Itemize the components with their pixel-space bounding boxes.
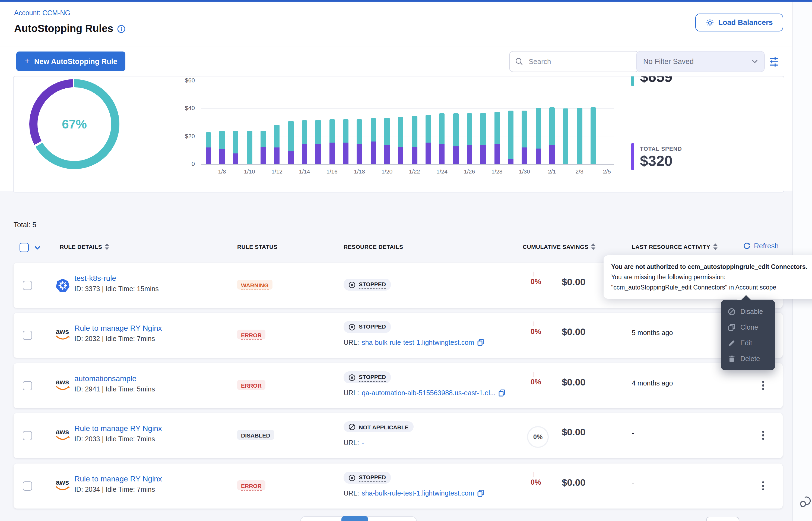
tooltip-line-2: You are missing the following permission… [611,273,812,281]
copy-icon[interactable] [477,339,484,346]
menu-item-delete[interactable]: Delete [721,351,775,366]
y-tick-0: 0 [162,160,195,167]
resource-url-link[interactable]: sha-bulk-rule-test-1.lightwingtest.com [362,490,474,497]
delete-icon [728,355,735,362]
page-title-text: AutoStopping Rules [14,23,113,35]
select-all-checkbox[interactable] [20,243,29,252]
total-spend-accent [631,143,634,170]
not-applicable-icon [348,424,356,430]
gear-icon [706,18,714,27]
column-cumulative-savings: CUMULATIVE SAVINGS [523,244,595,250]
row-checkbox[interactable] [23,381,32,390]
select-menu-chevron-icon[interactable] [34,246,41,250]
sort-icon[interactable] [713,244,717,250]
stopped-icon [348,281,356,289]
y-tick-60: $60 [162,77,195,84]
resource-state-badge[interactable]: STOPPED [344,472,391,483]
help-chat-button[interactable] [799,494,812,508]
resource-state-badge[interactable]: STOPPED [344,279,391,291]
saved-filter-select[interactable]: No Filter Saved [636,51,765,72]
copy-icon[interactable] [498,389,505,397]
pagination-active-page[interactable] [341,516,368,521]
table-row[interactable]: aws Rule to manage RY Nginx ID: 2033 | I… [14,413,783,458]
new-rule-label: New AutoStopping Rule [34,57,117,65]
rule-name-link[interactable]: Rule to manage RY Nginx [74,424,162,433]
resource-url-link[interactable]: sha-bulk-rule-test-1.lightwingtest.com [362,339,474,346]
resource-state-badge[interactable]: STOPPED [344,321,391,333]
resource-url: URL: sha-bulk-rule-test-1.lightwingtest.… [344,339,484,346]
row-checkbox[interactable] [23,331,32,340]
savings-amount: $0.00 [562,477,586,489]
chat-bubbles-icon [799,494,812,508]
savings-amount: $0.00 [562,377,586,388]
row-checkbox[interactable] [23,281,32,290]
sort-icon[interactable] [105,244,109,250]
row-checkbox[interactable] [23,481,32,491]
row-actions-menu-button[interactable] [758,379,768,392]
rule-name-link[interactable]: automationsample [74,374,136,383]
donut-hole: 67% [38,87,111,161]
resource-url-link[interactable]: - [362,439,364,447]
disable-icon [728,308,735,315]
rule-name-link[interactable]: Rule to manage RY Nginx [74,474,162,483]
page-size-select[interactable] [706,517,739,521]
sort-icon[interactable] [591,244,595,250]
savings-percent: 0% [519,327,541,336]
new-autostopping-rule-button[interactable]: + New AutoStopping Rule [16,51,125,71]
rule-name-link[interactable]: Rule to manage RY Nginx [74,324,162,332]
aws-icon: aws [55,479,70,491]
search-input[interactable] [528,57,617,66]
rule-status-badge[interactable]: ERROR [237,330,265,339]
aws-icon: aws [55,428,70,440]
menu-item-clone[interactable]: Clone [721,319,775,335]
rule-status-badge[interactable]: WARNING [237,280,273,290]
rule-name-link[interactable]: test-k8s-rule [74,274,116,282]
savings-amount: $0.00 [562,427,586,438]
permission-tooltip: You are not authorized to ccm_autostoppi… [603,255,812,299]
resource-state-badge[interactable]: STOPPED [344,371,391,383]
column-rule-details: RULE DETAILS [60,244,109,250]
total-savings-value: $659 [640,76,672,85]
refresh-button[interactable]: Refresh [743,242,778,250]
clone-icon [728,323,735,331]
copy-icon[interactable] [477,490,484,497]
filter-panel-icon[interactable] [768,55,781,68]
resource-url-link[interactable]: qa-automation-alb-515563988.us-east-1.el… [362,389,495,397]
total-savings-accent [631,76,634,86]
header-divider [0,47,792,47]
search-box [509,51,639,72]
row-checkbox[interactable] [23,431,32,440]
row-actions-menu-button[interactable] [758,428,768,443]
breadcrumb-account[interactable]: Account: CCM-NG [14,9,70,17]
stopped-icon [348,324,356,331]
menu-item-disable[interactable]: Disable [721,303,775,319]
rule-status-badge[interactable]: ERROR [237,480,265,490]
info-icon[interactable] [117,25,125,33]
last-activity: 4 months ago [632,380,673,387]
load-balancers-label: Load Balancers [718,18,773,27]
rule-meta: ID: 2034 | Idle Time: 7mins [74,486,155,493]
row-actions-menu-button[interactable] [758,479,768,493]
savings-percent: 0% [519,478,541,486]
stopped-icon [348,374,356,381]
resource-state-badge: NOT APPLICABLE [344,421,413,432]
rule-meta: ID: 3373 | Idle Time: 15mins [74,285,159,293]
rule-meta: ID: 2033 | Idle Time: 7mins [74,435,155,443]
table-row[interactable]: aws Rule to manage RY Nginx ID: 2032 | I… [14,313,783,358]
row-actions-menu: Disable Clone Edit Delete [721,300,775,370]
table-row[interactable]: aws Rule to manage RY Nginx ID: 2034 | I… [14,463,783,508]
rule-meta: ID: 2941 | Idle Time: 5mins [74,385,155,393]
search-icon [515,58,523,66]
savings-amount: $0.00 [562,326,586,338]
resource-url: URL: sha-bulk-rule-test-1.lightwingtest.… [344,490,484,497]
rule-status-badge[interactable]: ERROR [237,380,265,390]
rule-meta: ID: 2032 | Idle Time: 7mins [74,335,155,343]
savings-amount: $0.00 [562,276,586,288]
load-balancers-button[interactable]: Load Balancers [695,14,783,31]
savings-percent: 0% [519,378,541,386]
table-row[interactable]: aws automationsample ID: 2941 | Idle Tim… [14,363,783,408]
table-header-row: RULE DETAILS RULE STATUS RESOURCE DETAIL… [14,241,783,254]
column-rule-status: RULE STATUS [237,244,277,250]
menu-item-edit[interactable]: Edit [721,335,775,351]
tooltip-line-1: You are not authorized to ccm_autostoppi… [611,263,812,271]
